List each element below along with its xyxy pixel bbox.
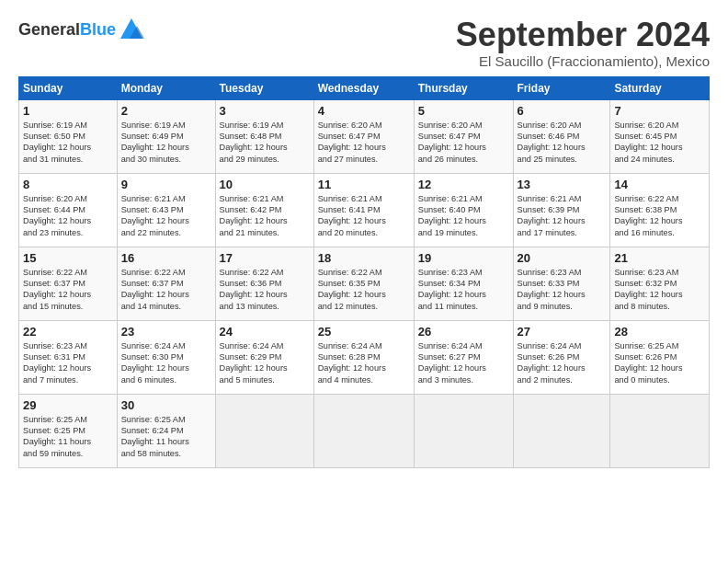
logo-general: General	[18, 20, 80, 39]
calendar-table: Sunday Monday Tuesday Wednesday Thursday…	[18, 76, 710, 468]
table-row: 19Sunrise: 6:23 AMSunset: 6:34 PMDayligh…	[414, 247, 513, 320]
table-row: 7Sunrise: 6:20 AMSunset: 6:45 PMDaylight…	[610, 99, 710, 173]
table-row: 14Sunrise: 6:22 AMSunset: 6:38 PMDayligh…	[610, 173, 710, 247]
table-row: 13Sunrise: 6:21 AMSunset: 6:39 PMDayligh…	[513, 173, 610, 247]
table-row: 25Sunrise: 6:24 AMSunset: 6:28 PMDayligh…	[313, 320, 414, 394]
table-row: 20Sunrise: 6:23 AMSunset: 6:33 PMDayligh…	[513, 247, 610, 320]
header-row: Sunday Monday Tuesday Wednesday Thursday…	[19, 76, 710, 99]
month-title: September 2024	[456, 17, 710, 53]
table-row: 16Sunrise: 6:22 AMSunset: 6:37 PMDayligh…	[117, 247, 215, 320]
table-row: 23Sunrise: 6:24 AMSunset: 6:30 PMDayligh…	[117, 320, 215, 394]
header-wednesday: Wednesday	[313, 76, 414, 99]
header-friday: Friday	[513, 76, 610, 99]
table-row	[313, 394, 414, 467]
table-row: 28Sunrise: 6:25 AMSunset: 6:26 PMDayligh…	[610, 320, 710, 394]
header-tuesday: Tuesday	[215, 76, 313, 99]
table-row: 9Sunrise: 6:21 AMSunset: 6:43 PMDaylight…	[117, 173, 215, 247]
table-row: 26Sunrise: 6:24 AMSunset: 6:27 PMDayligh…	[414, 320, 513, 394]
table-row: 2Sunrise: 6:19 AMSunset: 6:49 PMDaylight…	[117, 99, 215, 173]
table-row: 10Sunrise: 6:21 AMSunset: 6:42 PMDayligh…	[215, 173, 313, 247]
table-row: 21Sunrise: 6:23 AMSunset: 6:32 PMDayligh…	[610, 247, 710, 320]
table-row: 22Sunrise: 6:23 AMSunset: 6:31 PMDayligh…	[19, 320, 118, 394]
table-row: 18Sunrise: 6:22 AMSunset: 6:35 PMDayligh…	[313, 247, 414, 320]
table-row: 8Sunrise: 6:20 AMSunset: 6:44 PMDaylight…	[19, 173, 118, 247]
header-thursday: Thursday	[414, 76, 513, 99]
table-row: 24Sunrise: 6:24 AMSunset: 6:29 PMDayligh…	[215, 320, 313, 394]
table-row	[414, 394, 513, 467]
logo-icon	[119, 17, 144, 42]
table-row	[610, 394, 710, 467]
table-row: 12Sunrise: 6:21 AMSunset: 6:40 PMDayligh…	[414, 173, 513, 247]
header: GeneralBlue September 2024 El Saucillo (…	[18, 17, 710, 69]
header-saturday: Saturday	[610, 76, 710, 99]
table-row: 17Sunrise: 6:22 AMSunset: 6:36 PMDayligh…	[215, 247, 313, 320]
table-row: 11Sunrise: 6:21 AMSunset: 6:41 PMDayligh…	[313, 173, 414, 247]
table-row: 6Sunrise: 6:20 AMSunset: 6:46 PMDaylight…	[513, 99, 610, 173]
logo-blue: Blue	[80, 20, 116, 39]
table-row	[513, 394, 610, 467]
table-row: 1Sunrise: 6:19 AMSunset: 6:50 PMDaylight…	[19, 99, 118, 173]
table-row: 29Sunrise: 6:25 AMSunset: 6:25 PMDayligh…	[19, 394, 118, 467]
logo: GeneralBlue	[18, 17, 144, 42]
table-row: 4Sunrise: 6:20 AMSunset: 6:47 PMDaylight…	[313, 99, 414, 173]
header-monday: Monday	[117, 76, 215, 99]
table-row	[215, 394, 313, 467]
table-row: 30Sunrise: 6:25 AMSunset: 6:24 PMDayligh…	[117, 394, 215, 467]
table-row: 5Sunrise: 6:20 AMSunset: 6:47 PMDaylight…	[414, 99, 513, 173]
table-row: 27Sunrise: 6:24 AMSunset: 6:26 PMDayligh…	[513, 320, 610, 394]
title-area: September 2024 El Saucillo (Fraccionamie…	[456, 17, 710, 69]
table-row: 15Sunrise: 6:22 AMSunset: 6:37 PMDayligh…	[19, 247, 118, 320]
location-title: El Saucillo (Fraccionamiento), Mexico	[456, 53, 710, 69]
table-row: 3Sunrise: 6:19 AMSunset: 6:48 PMDaylight…	[215, 99, 313, 173]
header-sunday: Sunday	[19, 76, 118, 99]
